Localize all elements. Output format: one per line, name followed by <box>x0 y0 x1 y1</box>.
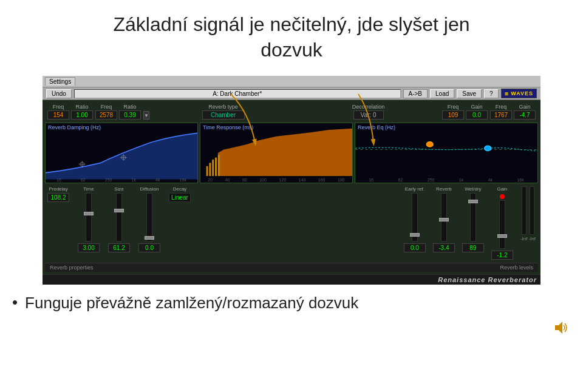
decay-value: Linear <box>169 193 191 202</box>
gain1-label: Gain <box>471 104 482 110</box>
speaker-svg <box>553 319 570 336</box>
size-fader-handle[interactable] <box>114 209 124 212</box>
plugin-topbar: Settings <box>43 76 540 87</box>
time-fader-track[interactable] <box>86 193 92 242</box>
help-button[interactable]: ? <box>484 89 499 98</box>
bullet-section: • Funguje převážně zamlžený/rozmazaný do… <box>0 289 583 314</box>
plugin-footer: Renaissance Reverberator <box>43 274 540 285</box>
meter1-label: -Inf <box>520 236 528 242</box>
wet-dry-value: 89 <box>462 243 484 252</box>
undo-button[interactable]: Undo <box>46 89 72 98</box>
speaker-icon <box>553 319 570 339</box>
ratio1-value: 1.00 <box>71 110 93 120</box>
decay-label: Decay <box>173 186 187 192</box>
svg-point-12 <box>426 142 433 147</box>
reverb-fader-track[interactable] <box>441 193 447 242</box>
top-controls-row: Freq 154 Ratio 1.00 <box>45 103 538 121</box>
size-fader-track[interactable] <box>116 193 122 242</box>
bullet-text: Funguje převážně zamlžený/rozmazaný dozv… <box>25 293 358 314</box>
freq2-value: 2578 <box>95 110 117 120</box>
plugin-brand: Renaissance Reverberator <box>438 276 537 283</box>
early-ref-fader-handle[interactable] <box>410 233 420 237</box>
reverb-type-group: Reverb type Chamber <box>152 104 295 120</box>
svg-rect-7 <box>209 163 211 177</box>
time-group: Time 3.00 <box>78 186 100 252</box>
size-value: 61.2 <box>108 243 130 252</box>
ab-button[interactable]: A->B <box>403 89 428 98</box>
meter-bar-1 <box>522 186 527 235</box>
bullet-point: • <box>12 293 18 312</box>
freq1-label: Freq <box>53 104 64 110</box>
eq-group-1: Freq 109 Gain 0.0 <box>442 104 488 120</box>
predelay-value: 108.2 <box>47 193 69 202</box>
reverb-eq-label: Reverb Eq (Hz) <box>358 124 395 130</box>
damping-label: Reverb Damping (Hz) <box>48 124 101 130</box>
filter-group-2: Freq 2578 Ratio 0.39 <box>95 104 141 120</box>
reverb-type-value[interactable]: Chamber <box>202 110 245 120</box>
level-meters-group: -Inf -Inf <box>520 186 536 242</box>
level-meters: -Inf -Inf <box>520 186 536 242</box>
plugin-toolbar: Undo A: Dark Chamber* A->B Load Save ? ⊞… <box>43 87 540 100</box>
filter-group-1: Freq 154 Ratio 1.00 <box>47 104 93 120</box>
eq-group-2: Freq 1767 Gain -4.7 <box>490 104 536 120</box>
wet-dry-label: Wet/dry <box>465 186 481 192</box>
decorrelation-value: Var: 0 <box>353 110 384 120</box>
early-ref-group: Early ref. 0.0 <box>404 186 426 252</box>
time-value: 3.00 <box>78 243 100 252</box>
slide-title: Základní signál je nečitelný, jde slyšet… <box>24 12 559 63</box>
settings-tab[interactable]: Settings <box>45 77 75 86</box>
gain-fader-track[interactable] <box>499 200 505 249</box>
wet-dry-group: Wet/dry 89 <box>462 186 484 252</box>
displays-row: Reverb Damping (Hz) <box>45 123 538 183</box>
decay-group: Decay Linear <box>169 186 191 202</box>
predelay-label: Predelay <box>49 186 68 192</box>
save-button[interactable]: Save <box>457 89 482 98</box>
freq2-label: Freq <box>101 104 112 110</box>
bottom-labels: Reverb properties Reverb levels <box>45 263 538 272</box>
freq4-label: Freq <box>496 104 507 110</box>
predelay-group: Predelay 108.2 <box>47 186 69 202</box>
time-response-label: Time Response (ms) <box>203 124 253 130</box>
waves-logo: ⊞ WAVES <box>501 89 537 98</box>
diffusion-fader-handle[interactable] <box>145 236 154 240</box>
early-ref-value: 0.0 <box>404 243 426 252</box>
svg-rect-9 <box>215 158 217 176</box>
reverb-label: Reverb <box>436 186 452 192</box>
reverb-fader-handle[interactable] <box>439 218 449 221</box>
ratio1-label: Ratio <box>75 104 88 110</box>
early-ref-label: Early ref. <box>405 186 424 192</box>
reverb-group: Reverb -3.4 <box>433 186 455 252</box>
damping-display: Reverb Damping (Hz) <box>45 123 198 183</box>
reverb-value: -3.4 <box>433 243 455 252</box>
svg-point-13 <box>485 146 491 151</box>
decorrelation-group: Decorrelation Var: 0 <box>297 104 440 120</box>
size-group: Size 61.2 <box>108 186 130 252</box>
load-button[interactable]: Load <box>430 89 454 98</box>
time-label: Time <box>83 186 94 192</box>
size-label: Size <box>114 186 124 192</box>
freq3-value: 109 <box>442 110 464 120</box>
gain-value: -1.2 <box>491 251 513 260</box>
gain-fader-handle[interactable] <box>497 234 507 238</box>
reverb-properties-label: Reverb properties <box>50 265 94 271</box>
freq1-value: 154 <box>47 110 69 120</box>
diffusion-fader-track[interactable] <box>146 193 152 242</box>
wet-dry-fader-handle[interactable] <box>468 200 478 203</box>
gain1-value: 0.0 <box>466 110 488 120</box>
diffusion-value: 0.0 <box>138 243 160 252</box>
preset-display: A: Dark Chamber* <box>74 89 401 98</box>
time-fader-handle[interactable] <box>84 212 94 215</box>
reverb-type-label: Reverb type <box>208 104 238 110</box>
svg-rect-6 <box>206 166 208 176</box>
gain2-label: Gain <box>519 104 530 110</box>
meter2-label: -Inf <box>528 236 536 242</box>
ratio2-value: 0.39 <box>119 110 141 120</box>
early-ref-fader-track[interactable] <box>412 193 418 242</box>
wet-dry-fader-track[interactable] <box>470 193 476 242</box>
reverb-eq-display: Reverb Eq (Hz) 16622501k4k16k <box>355 123 538 183</box>
meter-bar-2 <box>530 186 534 235</box>
svg-rect-8 <box>212 160 214 176</box>
freq3-label: Freq <box>448 104 459 110</box>
dropdown-arrow-btn[interactable]: ▼ <box>143 111 149 120</box>
diffusion-group: Diffusion 0.0 <box>138 186 160 252</box>
